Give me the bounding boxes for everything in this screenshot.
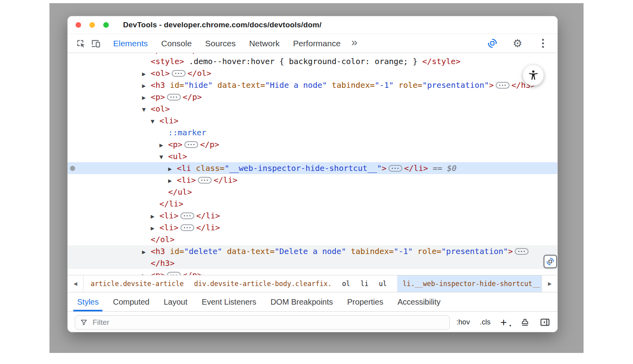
tree-row[interactable]: ▶<ol>•••</ol> <box>68 67 557 79</box>
element-classes-button[interactable]: .cls <box>480 318 491 326</box>
token-attr: id= <box>165 246 184 256</box>
breadcrumb-item[interactable]: ol <box>342 275 350 292</box>
token-attr: role= <box>394 80 422 90</box>
tab-console[interactable]: Console <box>155 34 199 53</box>
chevron-down-icon: ▾ <box>509 324 511 328</box>
disclosure-collapsed-icon[interactable]: ▶ <box>151 210 159 222</box>
token-tag: <li> <box>177 175 196 185</box>
styles-filter-input[interactable] <box>92 318 445 327</box>
token-tag: </li> <box>159 199 183 209</box>
breadcrumb-item[interactable]: div.devsite-article-body.clearfix. <box>194 275 332 292</box>
breadcrumb-item[interactable]: li <box>360 275 368 292</box>
expand-children-button[interactable]: ••• <box>172 70 186 77</box>
tab-network[interactable]: Network <box>243 34 286 53</box>
tree-row[interactable]: ▶<li>•••</li> <box>68 210 557 222</box>
expand-children-button[interactable]: ••• <box>389 165 402 172</box>
sidebar-tab-computed[interactable]: Computed <box>106 292 156 311</box>
expand-children-button[interactable]: ••• <box>167 94 181 100</box>
accessibility-overlay-button[interactable] <box>523 64 544 86</box>
element-badge-button[interactable] <box>544 255 557 268</box>
tab-sources[interactable]: Sources <box>199 34 243 53</box>
plus-icon: + <box>500 316 507 328</box>
tab-elements[interactable]: Elements <box>106 34 155 53</box>
expand-children-button[interactable]: ••• <box>515 248 529 255</box>
tab-performance[interactable]: Performance <box>286 34 347 53</box>
sidebar-tab-dom-breakpoints[interactable]: DOM Breakpoints <box>263 292 340 311</box>
tree-row[interactable]: </ol> <box>68 233 557 245</box>
token-pseudo: ::marker <box>168 128 206 137</box>
inspect-element-button[interactable] <box>73 36 88 51</box>
sidebar-tab-event-listeners[interactable]: Event Listeners <box>195 292 263 311</box>
minimize-button[interactable] <box>89 22 95 28</box>
expand-children-button[interactable]: ••• <box>167 272 181 275</box>
tree-row[interactable]: <style> .demo--hover:hover { background-… <box>68 55 557 67</box>
token-flagvar: $0 <box>447 163 457 173</box>
tree-row[interactable]: </ul> <box>68 186 557 198</box>
close-button[interactable] <box>76 22 81 28</box>
token-val: "Hide a node" <box>265 80 327 90</box>
window-title: DevTools - developer.chrome.com/docs/dev… <box>123 21 322 29</box>
token-val: "Delete a node" <box>275 246 346 256</box>
breadcrumb-item[interactable]: li.__web-inspector-hide-shortcut__ <box>397 275 542 292</box>
sidebar-tab-accessibility[interactable]: Accessibility <box>390 292 448 311</box>
token-attr: id= <box>165 80 184 90</box>
zoom-button[interactable] <box>103 22 109 28</box>
device-toolbar-button[interactable] <box>88 36 103 51</box>
disclosure-collapsed-icon[interactable]: ▶ <box>142 68 151 80</box>
tree-row[interactable]: ▶<p>•••</p> <box>68 138 557 150</box>
sidebar-tab-properties[interactable]: Properties <box>340 292 390 311</box>
tree-row[interactable]: ▶<p>•••</p> <box>68 91 557 103</box>
expand-children-button[interactable]: ••• <box>184 141 198 148</box>
token-tag: <li <box>177 163 191 173</box>
disclosure-expanded-icon[interactable]: ▼ <box>142 104 151 116</box>
tree-row[interactable]: ▼<ol> <box>68 103 557 115</box>
breadcrumb-item[interactable]: article.devsite-article <box>91 275 184 292</box>
disclosure-collapsed-icon[interactable]: ▶ <box>151 222 159 234</box>
inspect-cursor-icon <box>76 38 86 49</box>
disclosure-expanded-icon[interactable]: ▼ <box>159 151 168 163</box>
styles-filter-field[interactable] <box>75 315 450 330</box>
disclosure-collapsed-icon[interactable]: ▶ <box>142 92 151 104</box>
tree-row[interactable]: ▶<h3 id="hide" data-text="Hide a node" t… <box>68 79 557 91</box>
tree-row[interactable]: ▼<li> <box>68 115 557 127</box>
disclosure-collapsed-icon[interactable]: ▶ <box>159 139 168 151</box>
sidebar-tab-layout[interactable]: Layout <box>157 292 195 311</box>
tree-row[interactable]: ▶<h3 id="delete" data-text="Delete a nod… <box>68 245 557 257</box>
token-tag: </p> <box>183 270 202 275</box>
tree-row[interactable]: ▼<ul> <box>68 150 557 162</box>
refresh-frame-button[interactable] <box>485 36 500 51</box>
disclosure-collapsed-icon[interactable]: ▶ <box>168 175 177 187</box>
more-tabs-button[interactable]: » <box>347 36 362 49</box>
expand-children-button[interactable]: ••• <box>180 224 194 231</box>
expand-children-button[interactable]: ••• <box>496 82 510 89</box>
menu-button[interactable] <box>535 36 550 51</box>
tree-row[interactable]: ▶<li>•••</li> <box>68 174 557 186</box>
devtools-window: DevTools - developer.chrome.com/docs/dev… <box>67 16 558 332</box>
breadcrumb-item[interactable]: ul <box>379 275 387 292</box>
rendering-stamp-button[interactable] <box>520 318 530 327</box>
disclosure-collapsed-icon[interactable]: ▶ <box>168 163 177 175</box>
main-toolbar: ElementsConsoleSourcesNetworkPerformance… <box>68 34 557 53</box>
sidebar-tab-styles[interactable]: Styles <box>70 292 106 311</box>
disclosure-expanded-icon[interactable]: ▼ <box>151 116 159 127</box>
token-tag: </p> <box>200 140 219 149</box>
tree-row[interactable]: ▶<li>•••</li> <box>68 222 557 233</box>
expand-children-button[interactable]: ••• <box>180 212 194 219</box>
token-tag: </h3> <box>151 258 174 268</box>
breadcrumb-back-button[interactable]: ◀ <box>68 275 83 292</box>
disclosure-collapsed-icon[interactable]: ▶ <box>142 270 151 275</box>
settings-button[interactable]: ⚙ <box>510 36 525 51</box>
expand-children-button[interactable]: ••• <box>198 177 212 184</box>
toggle-sidebar-button[interactable] <box>540 317 550 328</box>
breadcrumb-forward-button[interactable]: ▶ <box>542 275 557 292</box>
new-style-rule-button[interactable]: +▾ <box>500 317 510 328</box>
token-tag: </li> <box>214 175 237 185</box>
tree-row[interactable]: ▶<p>•••</p> <box>68 269 557 275</box>
tree-row[interactable]: ▶<li class="__web-inspector-hide-shortcu… <box>68 162 557 174</box>
tree-row[interactable]: </li> <box>68 198 557 210</box>
disclosure-collapsed-icon[interactable]: ▶ <box>142 80 151 92</box>
toggle-element-state-button[interactable]: :hov <box>457 318 470 326</box>
tree-row[interactable]: </h3> <box>68 257 557 269</box>
tree-row[interactable]: ::marker <box>68 127 557 138</box>
disclosure-collapsed-icon[interactable]: ▶ <box>142 246 151 258</box>
